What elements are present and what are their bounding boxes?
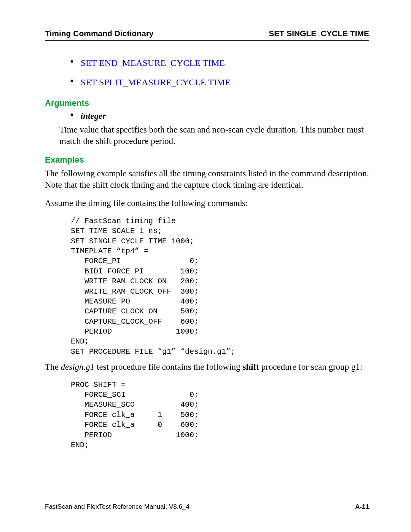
page: Timing Command Dictionary SET SINGLE_CYC… xyxy=(0,0,411,532)
code-block-1: // FastScan timing file SET TIME SCALE 1… xyxy=(71,216,369,357)
page-header: Timing Command Dictionary SET SINGLE_CYC… xyxy=(45,29,369,41)
para3-italic: design.g1 xyxy=(61,362,95,372)
argument-name: integer xyxy=(81,111,106,121)
link-set-split-measure-cycle-time[interactable]: SET SPLIT_MEASURE_CYCLE TIME xyxy=(81,77,231,88)
header-right: SET SINGLE_CYCLE TIME xyxy=(269,29,369,38)
bullet-icon: • xyxy=(70,111,74,119)
page-footer: FastScan and FlexTest Reference Manual, … xyxy=(45,503,369,511)
argument-description: Time value that specifies both the scan … xyxy=(59,124,369,147)
list-item: • SET END_MEASURE_CYCLE TIME xyxy=(70,58,369,68)
footer-page-number: A-11 xyxy=(355,503,369,511)
code-block-2: PROC SHIFT = FORCE_SCI 0; MEASURE_SCO 40… xyxy=(71,380,369,451)
examples-para-2: Assume the timing file contains the foll… xyxy=(45,198,369,209)
bullet-icon: • xyxy=(70,58,74,66)
examples-heading: Examples xyxy=(45,155,369,165)
examples-para-3: The design.g1 test procedure file contai… xyxy=(45,361,369,373)
para3-post: procedure for scan group g1: xyxy=(259,362,362,372)
arguments-list: • integer xyxy=(45,111,369,121)
arg-desc-text-2: procedure period. xyxy=(112,136,175,146)
list-item: • SET SPLIT_MEASURE_CYCLE TIME xyxy=(70,77,369,88)
arguments-heading: Arguments xyxy=(45,98,369,108)
list-item: • integer xyxy=(70,111,369,121)
examples-para-1: The following example satisfies all the … xyxy=(45,168,369,191)
para3-bold: shift xyxy=(242,362,259,372)
bullet-icon: • xyxy=(70,77,74,85)
top-link-list: • SET END_MEASURE_CYCLE TIME • SET SPLIT… xyxy=(45,58,369,88)
arg-desc-bold: shift xyxy=(96,136,112,146)
link-set-end-measure-cycle-time[interactable]: SET END_MEASURE_CYCLE TIME xyxy=(81,58,225,68)
para3-mid: test procedure file contains the followi… xyxy=(94,362,242,372)
footer-left: FastScan and FlexTest Reference Manual, … xyxy=(45,503,190,511)
para3-pre: The xyxy=(45,362,61,372)
header-left: Timing Command Dictionary xyxy=(45,29,153,38)
